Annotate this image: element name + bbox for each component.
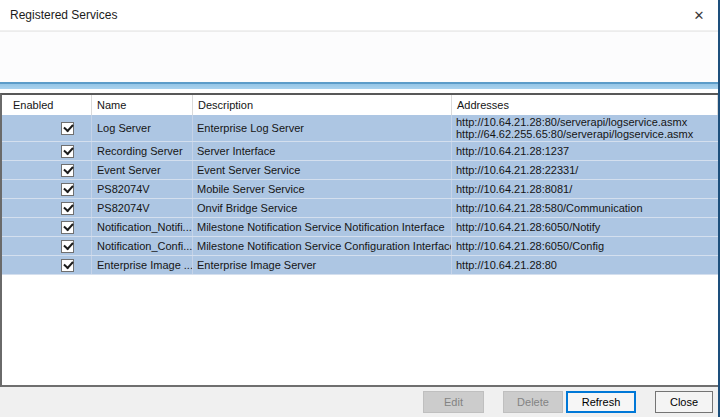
table-row[interactable]: PS82074V Onvif Bridge Service http://10.… <box>2 199 718 218</box>
table-cell-addresses: http://10.64.21.28:22331/ <box>452 161 718 179</box>
table-cell-addresses: http://10.64.21.28:8081/ <box>452 180 718 198</box>
table-row[interactable]: PS82074V Mobile Server Service http://10… <box>2 180 718 199</box>
table-cell-name: Event Server <box>92 161 193 179</box>
address-line: http://10.64.21.28:80/serverapi/logservi… <box>456 116 693 128</box>
close-button[interactable]: Close <box>655 391 713 413</box>
refresh-button[interactable]: Refresh <box>566 391 636 413</box>
window-title: Registered Services <box>10 0 117 30</box>
table-cell-name: Notification_Confi... <box>92 237 193 255</box>
enabled-checkbox[interactable] <box>61 164 74 177</box>
table-cell-addresses: http://10.64.21.28:1237 <box>452 142 718 160</box>
address-line: http://64.62.255.65:80/serverapi/logserv… <box>456 128 693 140</box>
table-cell-addresses: http://10.64.21.28:80 <box>452 256 718 274</box>
column-header-description[interactable]: Description <box>193 95 452 115</box>
table-cell-addresses: http://10.64.21.28:6050/Notify <box>452 218 718 236</box>
table-cell-enabled <box>2 256 92 274</box>
table-cell-name: Log Server <box>92 115 193 141</box>
table-row[interactable]: Notification_Confi... Milestone Notifica… <box>2 237 718 256</box>
enabled-checkbox[interactable] <box>61 240 74 253</box>
column-header-enabled[interactable]: Enabled <box>2 95 92 115</box>
table-cell-enabled <box>2 115 92 141</box>
table-cell-description: Mobile Server Service <box>193 180 452 198</box>
column-header-addresses[interactable]: Addresses <box>452 95 718 115</box>
table-row[interactable]: Enterprise Image ... Enterprise Image Se… <box>2 256 718 275</box>
table-cell-addresses: http://10.64.21.28:580/Communication <box>452 199 718 217</box>
table-header-row: Enabled Name Description Addresses <box>2 95 718 115</box>
table-row[interactable]: Notification_Notifi... Milestone Notific… <box>2 218 718 237</box>
table-cell-enabled <box>2 218 92 236</box>
table-cell-addresses: http://10.64.21.28:6050/Config <box>452 237 718 255</box>
services-table: Enabled Name Description Addresses Log S… <box>0 93 718 387</box>
table-cell-enabled <box>2 180 92 198</box>
title-bar: Registered Services ✕ <box>0 0 718 31</box>
registered-services-dialog: { "window": { "title": "Registered Servi… <box>0 0 720 417</box>
table-cell-name: Recording Server <box>92 142 193 160</box>
enabled-checkbox[interactable] <box>61 183 74 196</box>
delete-button[interactable]: Delete <box>503 391 563 413</box>
table-cell-description: Enterprise Image Server <box>193 256 452 274</box>
table-cell-description: Milestone Notification Service Configura… <box>193 237 452 255</box>
table-cell-enabled <box>2 199 92 217</box>
table-cell-enabled <box>2 237 92 255</box>
enabled-checkbox[interactable] <box>61 221 74 234</box>
table-cell-description: Onvif Bridge Service <box>193 199 452 217</box>
table-cell-name: Notification_Notifi... <box>92 218 193 236</box>
table-cell-enabled <box>2 142 92 160</box>
table-row[interactable]: Log Server Enterprise Log Server http://… <box>2 115 718 142</box>
upper-panel <box>0 31 718 83</box>
table-cell-description: Enterprise Log Server <box>193 115 452 141</box>
edit-button[interactable]: Edit <box>423 391 484 413</box>
button-bar: Edit Delete Refresh Close <box>0 387 718 417</box>
table-row[interactable]: Recording Server Server Interface http:/… <box>2 142 718 161</box>
enabled-checkbox[interactable] <box>61 202 74 215</box>
table-cell-name: PS82074V <box>92 180 193 198</box>
table-cell-enabled <box>2 161 92 179</box>
accent-bar <box>0 82 718 89</box>
table-cell-description: Milestone Notification Service Notificat… <box>193 218 452 236</box>
table-cell-name: Enterprise Image ... <box>92 256 193 274</box>
table-cell-addresses: http://10.64.21.28:80/serverapi/logservi… <box>452 115 718 141</box>
column-header-name[interactable]: Name <box>92 95 193 115</box>
enabled-checkbox[interactable] <box>61 259 74 272</box>
table-cell-description: Server Interface <box>193 142 452 160</box>
enabled-checkbox[interactable] <box>61 145 74 158</box>
close-icon[interactable]: ✕ <box>690 7 708 25</box>
table-cell-description: Event Server Service <box>193 161 452 179</box>
table-row[interactable]: Event Server Event Server Service http:/… <box>2 161 718 180</box>
table-cell-name: PS82074V <box>92 199 193 217</box>
enabled-checkbox[interactable] <box>61 122 74 135</box>
